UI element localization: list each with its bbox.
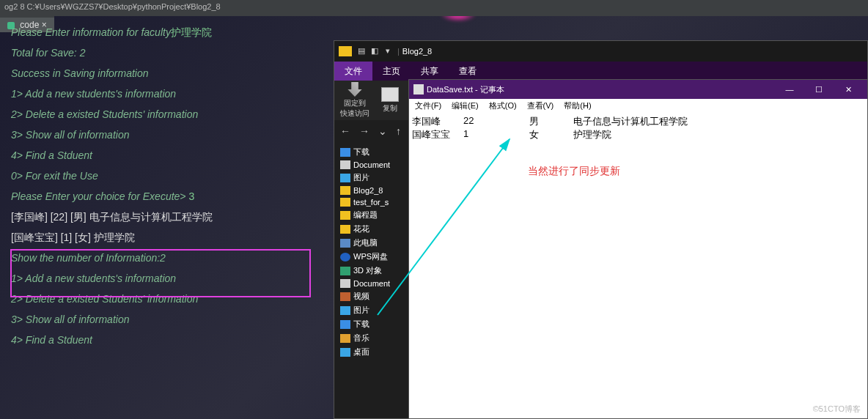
console-line: Success in Saving information <box>11 63 334 84</box>
explorer-tree[interactable]: 下载Document图片Blog2_8test_for_s编程题花花此电脑WPS… <box>334 142 408 418</box>
tree-icon <box>340 334 350 343</box>
tree-icon <box>340 174 350 182</box>
ribbon-pin[interactable]: 固定到 快速访问 <box>340 82 369 119</box>
tree-item[interactable]: 此电脑 <box>337 236 405 250</box>
tree-icon <box>340 186 350 195</box>
tree-item[interactable]: 图片 <box>337 171 405 185</box>
minimize-button[interactable]: — <box>775 85 804 94</box>
nav-up[interactable]: ↑ <box>396 125 401 137</box>
console-line: Please Enter your choice for Execute> 3 <box>11 186 334 207</box>
explorer-titlebar[interactable]: ▤ ◧ ▾ | Blog2_8 <box>334 41 867 62</box>
tree-icon <box>340 239 350 248</box>
notepad-menubar: 文件(F) 编辑(E) 格式(O) 查看(V) 帮助(H) <box>409 99 867 114</box>
tree-item[interactable]: Blog2_8 <box>337 185 405 196</box>
ide-titlebar: og2 8 C:¥Users¥WGZZS7¥Desktop¥pythonProj… <box>0 0 868 16</box>
notepad-icon <box>413 84 424 94</box>
notepad-content[interactable]: 李国峰22男电子信息与计算机工程学院国峰宝宝1女护理学院 <box>409 114 867 143</box>
tab-view[interactable]: 查看 <box>449 62 487 81</box>
ribbon-copy[interactable]: 复制 <box>375 82 405 119</box>
qat-icon[interactable]: ▤ <box>356 46 367 56</box>
nav-dropdown[interactable]: ⌄ <box>378 125 387 137</box>
tree-icon <box>340 253 350 262</box>
explorer-ribbon-tabs: 文件 主页 共享 查看 <box>334 62 867 81</box>
tree-item[interactable]: 花花 <box>337 222 405 236</box>
console-line: 4> Find a Stduent <box>11 145 334 166</box>
console-line: 3> Show all of information <box>11 309 334 330</box>
notepad-title: DataSave.txt - 记事本 <box>427 84 504 95</box>
console-output: Please Enter information for faculty护理学院… <box>11 22 334 350</box>
tree-item[interactable]: 音乐 <box>337 331 405 345</box>
tree-item[interactable]: 桌面 <box>337 345 405 359</box>
tree-item[interactable]: 编程题 <box>337 208 405 222</box>
data-row: 国峰宝宝1女护理学院 <box>412 128 864 141</box>
menu-help[interactable]: 帮助(H) <box>562 99 592 114</box>
qat-dropdown[interactable]: ▾ <box>383 46 393 56</box>
close-button[interactable]: ✕ <box>834 85 863 94</box>
qat-icon[interactable]: ◧ <box>369 46 380 56</box>
console-line: 1> Add a new students's information <box>11 84 334 104</box>
tree-icon <box>340 348 350 357</box>
menu-edit[interactable]: 编辑(E) <box>450 99 480 114</box>
tree-icon <box>340 148 350 157</box>
menu-format[interactable]: 格式(O) <box>488 99 518 114</box>
console-line: 0> For exit the Use <box>11 166 334 186</box>
highlight-rectangle <box>10 249 311 297</box>
tab-home[interactable]: 主页 <box>372 62 411 81</box>
console-line: Total for Save: 2 <box>11 42 334 63</box>
notepad-window[interactable]: DataSave.txt - 记事本 — ☐ ✕ 文件(F) 编辑(E) 格式(… <box>408 79 868 419</box>
console-line: 2> Delete a existed Students' informatio… <box>11 104 334 125</box>
console-line: 4> Find a Stduent <box>11 330 334 350</box>
data-row: 李国峰22男电子信息与计算机工程学院 <box>412 115 864 128</box>
notepad-titlebar[interactable]: DataSave.txt - 记事本 — ☐ ✕ <box>409 80 867 99</box>
tree-item[interactable]: 3D 对象 <box>337 264 405 278</box>
console-line: 3> Show all of information <box>11 125 334 145</box>
console-line: [国峰宝宝] [1] [女] 护理学院 <box>11 227 334 248</box>
tree-item[interactable]: Document <box>337 278 405 289</box>
tree-item[interactable]: 下载 <box>337 145 405 159</box>
tree-icon <box>340 306 350 315</box>
console-line: [李国峰] [22] [男] 电子信息与计算机工程学院 <box>11 207 334 227</box>
tree-item[interactable]: WPS网盘 <box>337 250 405 264</box>
tree-item[interactable]: Document <box>337 159 405 171</box>
menu-file[interactable]: 文件(F) <box>413 99 443 114</box>
nav-back[interactable]: ← <box>340 125 350 137</box>
tab-share[interactable]: 共享 <box>411 62 449 81</box>
watermark: ©51CTO博客 <box>813 404 861 415</box>
menu-view[interactable]: 查看(V) <box>526 99 556 114</box>
folder-icon <box>339 46 352 56</box>
tree-icon <box>340 198 350 207</box>
tree-icon <box>340 267 350 275</box>
tab-file[interactable]: 文件 <box>334 62 372 81</box>
tree-icon <box>340 320 350 329</box>
tree-item[interactable]: 图片 <box>337 303 405 317</box>
maximize-button[interactable]: ☐ <box>804 85 834 94</box>
tree-item[interactable]: 视频 <box>337 289 405 303</box>
tree-icon <box>340 160 350 169</box>
tree-item[interactable]: 下载 <box>337 317 405 331</box>
tree-icon <box>340 292 350 301</box>
copy-icon <box>381 87 399 102</box>
tree-icon <box>340 279 350 288</box>
nav-forward[interactable]: → <box>359 125 369 137</box>
annotation-text: 当然进行了同步更新 <box>528 165 620 178</box>
tree-item[interactable]: test_for_s <box>337 196 405 208</box>
pin-icon <box>346 82 364 97</box>
explorer-title: Blog2_8 <box>402 47 432 56</box>
tree-icon <box>340 211 350 220</box>
console-line: Please Enter information for faculty护理学院 <box>11 22 334 42</box>
tree-icon <box>340 225 350 234</box>
